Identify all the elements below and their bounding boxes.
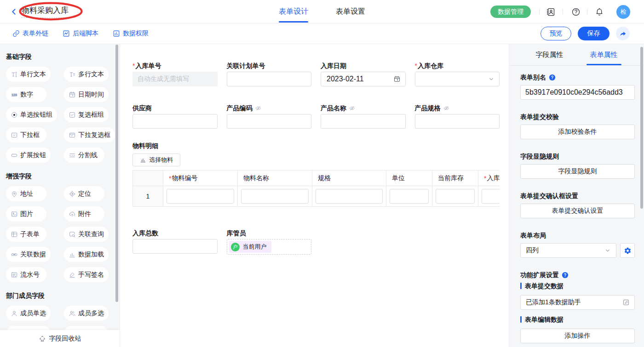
input-related-plan-no[interactable] (227, 72, 312, 86)
input-inbound-no[interactable]: 自动生成无需填写 (132, 72, 218, 86)
cell-input-unit[interactable] (390, 189, 429, 204)
divider (563, 9, 563, 15)
field-pill-divider[interactable]: 分割线 (64, 148, 104, 163)
input-product-spec[interactable] (415, 114, 500, 129)
submit-data-field[interactable]: 已添加1条数据助手 (520, 295, 635, 310)
field-pill-locate[interactable]: 定位 (64, 186, 104, 201)
subform-data-row: 1 (133, 186, 500, 206)
sidebar-scrollbar[interactable] (115, 45, 118, 302)
current-user-tag[interactable]: 户 当前用户 (229, 241, 271, 253)
field-recycle-bin[interactable]: 字段回收站 (0, 330, 120, 347)
field-pill-single-line-text[interactable]: 单行文本 (6, 67, 51, 82)
field-pill-data-load[interactable]: 数据加载 (64, 247, 109, 262)
select-inbound-warehouse[interactable] (415, 72, 500, 86)
field-pill-image[interactable]: 图片 (6, 206, 46, 222)
attachment-icon (69, 210, 76, 218)
layout-settings-button[interactable] (620, 243, 635, 258)
field-pill-radio-group[interactable]: 单选按钮组 (6, 107, 57, 122)
top-header: 物料采购入库 表单设计 表单设置 数据管理 检 (0, 0, 644, 23)
panel-scrollbar[interactable] (640, 47, 643, 209)
input-warehouse-keeper[interactable]: 户 当前用户 (227, 239, 312, 255)
field-pill-member-multi[interactable]: 成员多选 (64, 306, 109, 321)
user-avatar[interactable]: 检 (616, 5, 630, 19)
input-product-name[interactable] (321, 114, 406, 129)
contacts-icon[interactable] (546, 7, 556, 17)
field-pill-extend-button[interactable]: 扩展按钮 (6, 148, 51, 163)
field-pill-dropdown[interactable]: 下拉框 (6, 127, 46, 142)
property-tabs: 字段属性 表单属性 (509, 44, 644, 66)
extend-button-icon (11, 152, 18, 159)
field-pill-related-data[interactable]: 关联数据 (6, 247, 51, 262)
tab-form-design[interactable]: 表单设计 (279, 0, 308, 23)
submit-validation-label: 表单提交校验 (520, 112, 635, 121)
back-button[interactable] (9, 7, 18, 16)
script-icon (63, 30, 70, 37)
field-pill-signature[interactable]: 手写签名 (64, 267, 109, 282)
multi-dropdown-icon (69, 131, 76, 139)
field-pill-address[interactable]: 地址 (6, 186, 46, 201)
preview-button[interactable]: 预览 (540, 27, 571, 40)
calendar-icon (393, 75, 401, 83)
sub-toolbar: 表单外链 后端脚本 数据权限 预览 保存 (0, 23, 644, 44)
chevron-down-icon (488, 76, 494, 82)
notification-bell-icon[interactable] (594, 7, 604, 17)
field-pill-related-query[interactable]: 关联查询 (64, 227, 109, 242)
add-operation-button[interactable]: 添加操作 (520, 329, 635, 343)
field-label: 产品编码 (227, 103, 312, 113)
tab-field-properties[interactable]: 字段属性 (536, 44, 564, 65)
field-visibility-button[interactable]: 字段显隐规则 (520, 164, 635, 179)
field-label: 入库单号 (132, 61, 218, 70)
field-pill-number[interactable]: 数字 (6, 87, 46, 102)
form-external-link[interactable]: 表单外链 (12, 29, 48, 38)
form-title[interactable]: 物料采购入库 (21, 5, 69, 18)
cell-input-stock[interactable] (436, 189, 475, 204)
field-pill-datetime[interactable]: 日期时间 (64, 87, 109, 102)
multi-line-text-icon (69, 71, 76, 78)
field-label: 供应商 (132, 103, 218, 113)
add-validation-button[interactable]: 添加校验条件 (520, 125, 635, 139)
field-pill-subform[interactable]: 子表单 (6, 227, 46, 242)
subform-icon (11, 231, 18, 238)
subform-col-header: 单位 (386, 171, 432, 186)
cell-input-material-name[interactable] (241, 189, 309, 204)
subform-col-header: 物料编号 (163, 171, 238, 186)
member-multi-icon (69, 310, 76, 317)
data-permission-link[interactable]: 数据权限 (113, 29, 149, 38)
input-inbound-date[interactable]: 2023-02-11 (321, 72, 406, 86)
help-icon[interactable] (571, 7, 581, 17)
number-icon (11, 91, 18, 98)
tab-form-settings[interactable]: 表单设置 (336, 0, 365, 23)
field-label: 库管员 (227, 228, 312, 238)
field-pill-member-single[interactable]: 成员单选 (6, 306, 51, 321)
save-button[interactable]: 保存 (578, 27, 610, 40)
field-pill-attachment[interactable]: 附件 (64, 206, 104, 222)
backend-script-link[interactable]: 后端脚本 (63, 29, 98, 38)
form-alias-label: 表单别名 (520, 73, 635, 82)
field-label: 入库日期 (321, 61, 406, 70)
share-button[interactable] (616, 27, 630, 40)
field-pill-multi-line-text[interactable]: 多行文本 (64, 67, 109, 82)
cell-input-spec[interactable] (316, 189, 383, 204)
submit-confirm-button[interactable]: 表单提交确认设置 (520, 204, 635, 218)
layout-select[interactable]: 四列 (520, 243, 616, 258)
data-manage-button[interactable]: 数据管理 (490, 6, 531, 18)
field-label: 产品名称 (321, 103, 406, 113)
input-inbound-total[interactable] (132, 239, 218, 254)
field-pill-serial-number[interactable]: 流水号 (6, 267, 46, 282)
pick-material-button[interactable]: 选择物料 (132, 154, 180, 166)
enhanced-fields-grid: 地址 定位 图片 附件 子表单 关联查询 关联数据 数据加载 流水号 手写签名 (6, 186, 120, 282)
cell-input-material-no[interactable] (167, 189, 234, 204)
field-pill-multi-dropdown[interactable]: 下拉复选框 (64, 127, 115, 142)
member-single-icon (11, 310, 18, 317)
tab-form-properties[interactable]: 表单属性 (590, 44, 618, 65)
cell-input-inbound-qty[interactable] (482, 189, 500, 204)
input-product-code[interactable] (227, 114, 312, 129)
extension-settings-label: 功能扩展设置 (520, 270, 635, 279)
datetime-icon (69, 91, 76, 98)
subform-header-row: 物料编号 物料名称 规格 单位 当前库存 入库数 (133, 171, 500, 186)
form-alias-input[interactable]: 5b3917e0910c0e294c56add3 (520, 85, 635, 100)
input-supplier[interactable] (132, 114, 218, 129)
data-load-icon (69, 251, 76, 258)
field-pill-checkbox-group[interactable]: 复选框组 (64, 107, 109, 122)
signature-icon (69, 271, 76, 279)
